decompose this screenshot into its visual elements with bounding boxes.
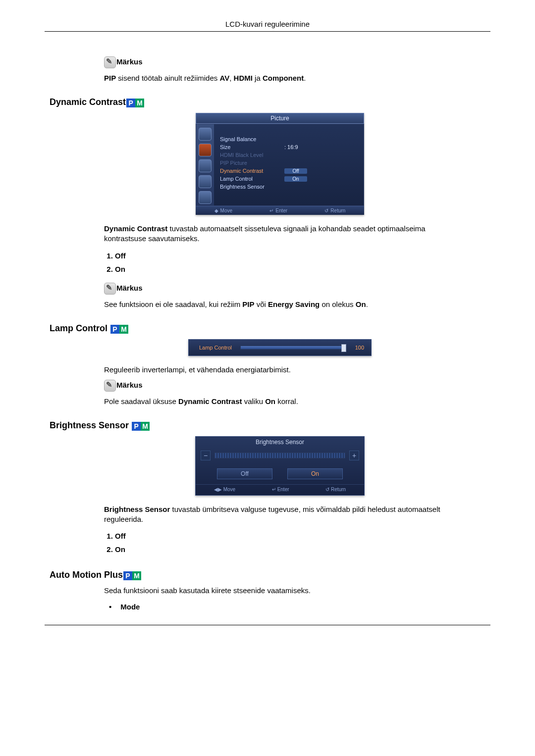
lamp-slider-value: 100: [350, 345, 364, 351]
osd-pip-picture: PIP Picture: [220, 160, 284, 166]
bs-options: Off On: [104, 529, 456, 556]
bs-hint-enter: Enter: [272, 487, 289, 492]
osd-sideicon-picture[interactable]: [199, 144, 212, 156]
lamp-note-text: Pole saadaval üksuse Dynamic Contrast va…: [104, 397, 456, 406]
dc-note-text: See funktsioon ei ole saadaval, kui reži…: [104, 300, 456, 309]
note-icon: [104, 56, 116, 68]
osd-hdmi-black: HDMI Black Level: [220, 152, 284, 158]
pip-note-text: PIP sisend töötab ainult režiimides AV, …: [104, 73, 456, 83]
osd-dynamic-contrast[interactable]: Dynamic Contrast: [220, 168, 284, 174]
osd-pane: Signal Balance Size: 16:9 HDMI Black Lev…: [214, 124, 364, 205]
bs-off-button[interactable]: Off: [217, 468, 272, 479]
pm-badge: PM: [132, 421, 150, 431]
osd-brightness-sensor[interactable]: Brightness Sensor: [220, 184, 284, 190]
lamp-description: Reguleerib inverterlampi, et vähendada e…: [104, 365, 456, 375]
pm-badge: PM: [123, 570, 141, 581]
amp-description: Seda funktsiooni saab kasutada kiirete s…: [104, 586, 456, 596]
osd-dc-value[interactable]: Off: [284, 168, 307, 174]
pm-badge: PM: [110, 324, 128, 334]
lamp-slider-label: Lamp Control: [196, 345, 235, 351]
osd-lamp-control[interactable]: Lamp Control: [220, 176, 284, 182]
osd-sideicon-1[interactable]: [199, 128, 212, 141]
heading-brightness-sensor: Brightness Sensor PM: [50, 420, 456, 431]
bs-footer: Move Enter Return: [196, 484, 364, 495]
page-header: LCD-kuvari reguleerimine: [45, 20, 490, 31]
osd-size-val: : 16:9: [284, 144, 298, 150]
bs-option-off: Off: [115, 529, 456, 543]
note-icon: [104, 283, 116, 295]
osd-size[interactable]: Size: [220, 144, 284, 150]
note-lamp: Märkus: [104, 380, 456, 392]
amp-bullet-mode: Mode: [109, 601, 456, 613]
note-label: Märkus: [116, 283, 143, 292]
note-dc: Märkus: [104, 283, 456, 295]
osd-picture-menu: Picture Signal Balance Size: 16:: [196, 113, 364, 215]
amp-bullets: Mode: [104, 601, 456, 613]
bs-plus-button[interactable]: +: [349, 451, 359, 460]
lamp-slider-knob[interactable]: [341, 344, 346, 352]
osd-sideicon-5[interactable]: [199, 191, 212, 204]
bs-minus-button[interactable]: −: [201, 451, 211, 460]
osd-lamp-value[interactable]: On: [284, 176, 307, 182]
bs-option-on: On: [115, 543, 456, 556]
dc-description: Dynamic Contrast tuvastab automaatselt s…: [104, 224, 456, 244]
note-pip: Märkus: [104, 56, 456, 68]
osd-hint-return: Return: [324, 208, 345, 213]
osd-title: Picture: [196, 113, 364, 124]
bs-title: Brightness Sensor: [196, 437, 364, 448]
osd-hint-move: Move: [214, 208, 232, 213]
heading-dynamic-contrast: Dynamic ContrastPM: [50, 97, 456, 108]
heading-auto-motion-plus: Auto Motion PlusPM: [50, 570, 456, 581]
note-label: Märkus: [116, 381, 143, 389]
pm-badge: PM: [126, 98, 144, 108]
osd-sideicon-4[interactable]: [199, 175, 212, 188]
osd-sideicon-3[interactable]: [199, 159, 212, 172]
bs-description: Brightness Sensor tuvastab ümbritseva va…: [104, 504, 456, 525]
osd-lamp-slider: Lamp Control 100: [188, 339, 372, 356]
osd-footer: Move Enter Return: [196, 206, 364, 215]
dc-options: Off On: [104, 249, 456, 276]
footer-rule: [45, 625, 490, 625]
bs-track[interactable]: [214, 453, 345, 458]
bs-on-button[interactable]: On: [287, 468, 343, 479]
lamp-slider-track[interactable]: [240, 346, 345, 350]
heading-lamp-control: Lamp Control PM: [50, 323, 456, 334]
osd-brightness-sensor: Brightness Sensor − + Off On Move Enter …: [195, 436, 365, 496]
dc-option-on: On: [115, 262, 456, 276]
note-label: Märkus: [116, 57, 143, 66]
dc-option-off: Off: [115, 249, 456, 262]
osd-sidebar: [196, 124, 214, 205]
note-icon: [104, 380, 116, 392]
bs-hint-move: Move: [214, 487, 235, 492]
osd-signal-balance[interactable]: Signal Balance: [220, 136, 284, 142]
osd-hint-enter: Enter: [269, 208, 287, 213]
bs-hint-return: Return: [325, 487, 346, 492]
